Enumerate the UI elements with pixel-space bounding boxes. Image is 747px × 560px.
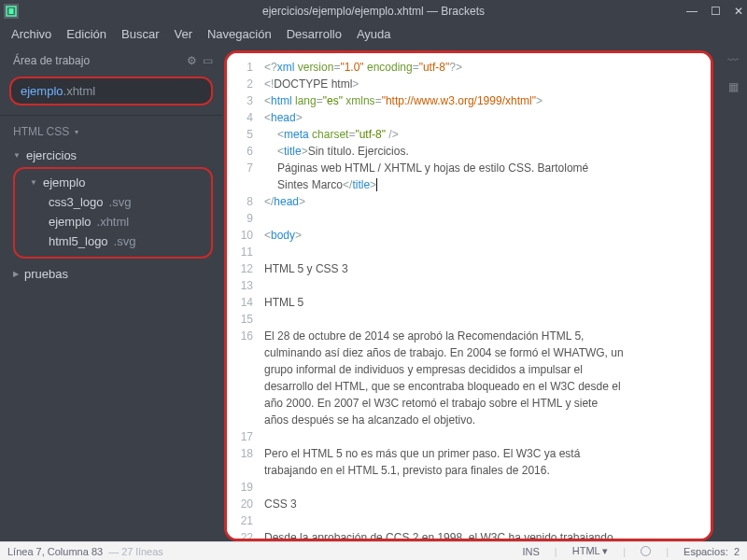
code-line[interactable]: 11 [238,244,711,260]
chevron-down-icon: ▾ [75,128,78,136]
code-line[interactable]: 1<?xml version="1.0" encoding="utf-8"?> [238,59,711,76]
code-line[interactable]: 21 [238,512,711,529]
code-line[interactable]: 20CSS 3 [238,496,711,512]
triangle-down-icon: ▼ [30,178,37,187]
language-mode[interactable]: HTML ▾ [572,545,609,557]
code-line[interactable]: 17 [238,428,711,445]
code-line[interactable]: 12HTML 5 y CSS 3 [238,260,711,277]
cursor-position[interactable]: Línea 7, Columna 83 [7,546,103,557]
tree-file[interactable]: html5_logo.svg [22,231,204,251]
code-line[interactable]: 6<title>Sin título. Ejercicios. [238,143,711,160]
live-preview-icon[interactable]: 〰 [727,54,739,67]
minimize-button[interactable]: — [686,5,698,18]
close-button[interactable]: ✕ [734,5,743,18]
menu-desarrollo[interactable]: Desarrollo [287,27,342,41]
code-line[interactable]: 10<body> [238,227,711,244]
file-ext: .xhtml [63,84,96,98]
menu-edicion[interactable]: Edición [66,27,106,41]
code-line[interactable]: 8</head> [238,193,711,210]
code-line[interactable]: trabajando en el HTML 5.1, previsto para… [238,462,711,479]
code-line[interactable]: culminando así diez años de trabajo. En … [238,344,711,361]
code-line[interactable]: 7Páginas web HTML / XHTML y hojas de est… [238,160,711,176]
line-count: — 27 líneas [108,546,163,557]
triangle-down-icon: ▼ [13,151,21,160]
folder-ejemplo[interactable]: ▼ejemplo [22,173,204,192]
tree-file[interactable]: ejemplo.xhtml [22,212,204,231]
code-line[interactable]: 3<html lang="es" xmlns="http://www.w3.or… [238,92,711,109]
menu-archivo[interactable]: Archivo [11,27,51,41]
gear-icon[interactable]: ⚙ [187,54,197,67]
project-label[interactable]: HTML CSS ▾ [0,115,222,144]
insert-mode[interactable]: INS [523,546,540,557]
code-line[interactable]: 4<head> [238,109,711,126]
working-file[interactable]: ejemplo.xhtml [9,77,213,105]
code-line[interactable]: 15 [238,311,711,328]
code-line[interactable]: año 2000. En 2007 el W3C retomó el traba… [238,395,711,412]
tree-file[interactable]: css3_logo.svg [22,192,204,212]
code-editor[interactable]: 1<?xml version="1.0" encoding="utf-8"?>2… [224,50,713,541]
code-line[interactable]: 9 [238,210,711,227]
code-line[interactable]: 13 [238,277,711,294]
menu-buscar[interactable]: Buscar [121,27,159,41]
app-logo [4,4,19,19]
folder-pruebas[interactable]: ▶pruebas [13,264,213,284]
svg-rect-1 [9,8,14,14]
folder-ejercicios[interactable]: ▼ejercicios [13,146,213,165]
code-line[interactable]: 2<!DOCTYPE html> [238,76,711,92]
window-title: ejercicios/ejemplo/ejemplo.xhtml — Brack… [262,5,485,18]
sidebar: Área de trabajo ⚙ ▭ ejemplo.xhtml HTML C… [0,45,222,541]
code-line[interactable]: 19 [238,479,711,496]
code-line[interactable]: desarrollo del HTML, que se encontraba b… [238,378,711,395]
menu-navegacion[interactable]: Navegación [207,27,272,41]
indent-setting[interactable]: Espacios: 2 [684,546,740,557]
code-line[interactable]: grupo informal de individuos y empresas … [238,361,711,378]
menu-ayuda[interactable]: Ayuda [357,27,391,41]
code-line[interactable]: 5<meta charset="utf-8" /> [238,126,711,143]
code-line[interactable]: Sintes Marco</title> [238,176,711,193]
code-line[interactable]: 18Pero el HTML 5 no es más que un primer… [238,445,711,462]
titlebar: ejercicios/ejemplo/ejemplo.xhtml — Brack… [0,0,747,22]
menubar: Archivo Edición Buscar Ver Navegación De… [0,22,747,45]
file-name: ejemplo [21,84,63,98]
extension-manager-icon[interactable]: ▦ [728,80,739,93]
maximize-button[interactable]: ☐ [711,5,721,18]
working-files-label: Área de trabajo [13,54,90,67]
menu-ver[interactable]: Ver [174,27,192,41]
code-line[interactable]: años después se ha alcanzado el objetivo… [238,412,711,428]
code-line[interactable]: 16El 28 de octubre de 2014 se aprobó la … [238,328,711,344]
split-view-icon[interactable]: ▭ [203,54,213,67]
code-line[interactable]: 22Desde la aprobación de CCS 2 en 1998, … [238,529,711,539]
code-line[interactable]: 14HTML 5 [238,294,711,311]
triangle-right-icon: ▶ [13,270,19,278]
status-indicator-icon[interactable] [641,546,651,556]
status-bar: Línea 7, Columna 83 — 27 líneas INS | HT… [0,541,747,560]
right-toolbar: 〰 ▦ [719,45,747,541]
